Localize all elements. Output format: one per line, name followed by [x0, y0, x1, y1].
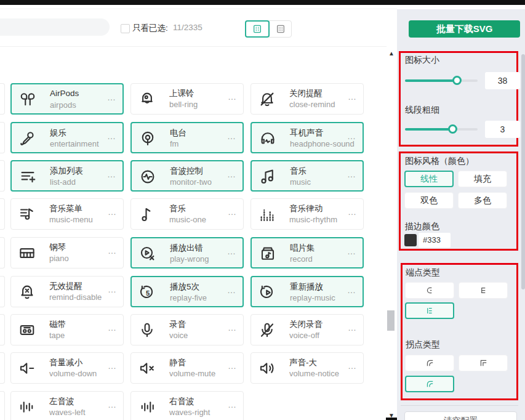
card-more-menu[interactable]: …	[228, 207, 237, 217]
card-more-menu[interactable]: …	[107, 131, 116, 141]
stroke-width-slider-thumb[interactable]	[448, 124, 457, 134]
icon-card-tape[interactable]: 磁带tape…	[10, 314, 124, 345]
icon-card-music[interactable]: 音乐music…	[250, 160, 364, 192]
card-more-menu[interactable]: …	[348, 207, 357, 217]
view-toggle-grid-small[interactable]	[269, 20, 292, 38]
icon-card-airpods[interactable]: AirPodsairpods…	[10, 83, 124, 115]
bell-ring-icon	[138, 90, 156, 108]
icon-size-label: 图标大小	[405, 55, 439, 66]
clear-config-button[interactable]: 清空配置	[404, 411, 517, 420]
icon-card-record[interactable]: 唱片集record…	[250, 237, 364, 269]
card-more-menu[interactable]: …	[108, 246, 117, 256]
stroke-color-input[interactable]: #333	[419, 233, 451, 248]
panel-scrollbar-thumb[interactable]	[521, 54, 525, 289]
music-one-icon	[138, 205, 156, 224]
icon-card-play-wrong[interactable]: 播放出错play-wrong…	[130, 237, 244, 269]
style-option-1[interactable]: 线性	[404, 171, 454, 187]
card-more-menu[interactable]: …	[228, 92, 237, 102]
corner-type-option-1[interactable]	[405, 355, 454, 371]
icon-card-headphone-sound[interactable]: 耳机声音headphone-sound…	[250, 122, 364, 153]
icon-card-bell-ring[interactable]: 上课铃bell-ring…	[130, 83, 244, 115]
card-more-menu[interactable]: …	[348, 92, 357, 102]
view-toggle-grid-large[interactable]	[245, 20, 270, 38]
card-more-menu[interactable]: …	[108, 323, 117, 333]
stroke-width-slider[interactable]	[405, 128, 478, 131]
icon-card-volume-notice[interactable]: 声音-大volume-notice…	[250, 352, 364, 384]
card-more-menu[interactable]: …	[347, 246, 356, 256]
card-more-menu[interactable]: …	[108, 400, 117, 410]
card-more-menu[interactable]: …	[348, 323, 357, 333]
corner-type-option-3[interactable]	[405, 376, 454, 392]
cap-type-option-1[interactable]	[405, 282, 454, 299]
only-selected-checkbox[interactable]	[121, 24, 130, 33]
icon-size-slider-thumb[interactable]	[452, 76, 462, 85]
icon-card-piano[interactable]: 钢琴piano…	[10, 237, 124, 269]
batch-download-svg-button[interactable]: 批量下载SVG	[409, 20, 520, 38]
icon-name-cn: 音乐	[169, 203, 186, 214]
cap-square-icon	[425, 306, 435, 315]
icon-card-entertainment[interactable]: 娱乐entertainment…	[10, 122, 124, 153]
scrollbar-up-arrow[interactable]: ▲	[387, 49, 396, 58]
card-more-menu[interactable]: …	[227, 285, 236, 295]
card-more-menu[interactable]: …	[347, 131, 356, 141]
corner-type-option-2[interactable]	[459, 355, 508, 371]
card-more-menu[interactable]: …	[228, 361, 237, 371]
icon-card-replay-five[interactable]: 5播放5次replay-five…	[130, 276, 244, 307]
cap-type-option-2[interactable]	[459, 282, 508, 299]
scrollbar-thumb[interactable]	[387, 310, 395, 331]
search-input[interactable]	[0, 18, 110, 36]
style-option-3[interactable]: 双色	[404, 192, 454, 209]
icon-card-voice[interactable]: 录音voice…	[130, 314, 244, 345]
cutoff-card-sliver	[0, 237, 5, 269]
icon-card-replay-music[interactable]: 重新播放replay-music…	[250, 276, 364, 307]
icon-card-fm[interactable]: 电台fm…	[130, 122, 244, 153]
icon-size-slider[interactable]	[405, 79, 478, 82]
card-more-menu[interactable]: …	[108, 285, 117, 294]
card-more-menu[interactable]: …	[227, 169, 236, 179]
icon-card-waves-left[interactable]: 左音波waves-left…	[10, 391, 124, 420]
card-more-menu[interactable]: …	[228, 400, 237, 410]
volume-mute-icon	[138, 359, 156, 378]
icon-card-music-one[interactable]: 音乐music-one…	[130, 198, 244, 230]
icon-card-music-menu[interactable]: 音乐菜单music-menu…	[10, 198, 124, 230]
card-more-menu[interactable]: …	[107, 92, 116, 102]
icon-size-value[interactable]: 38	[485, 72, 520, 89]
stroke-color-swatch[interactable]	[404, 234, 417, 246]
scrollbar-down-arrow[interactable]: ▼	[387, 411, 396, 420]
card-more-menu[interactable]: …	[227, 246, 236, 256]
icon-name-en: music	[290, 177, 311, 187]
icon-card-volume-mute[interactable]: 静音volume-mute…	[130, 352, 244, 384]
stroke-width-value[interactable]: 3	[485, 121, 520, 138]
volume-notice-icon	[258, 359, 276, 378]
icon-card-music-rhythm[interactable]: 音乐律动music-rhythm…	[250, 198, 364, 230]
play-wrong-icon	[138, 244, 157, 263]
icon-name-cn: 重新播放	[290, 281, 323, 293]
entertainment-icon	[18, 129, 37, 148]
card-more-menu[interactable]: …	[107, 169, 116, 179]
card-more-menu[interactable]: …	[347, 169, 356, 179]
voice-off-icon	[258, 321, 276, 339]
record-icon	[258, 244, 277, 263]
icon-card-remind-disable[interactable]: 无效提醒remind-disable…	[10, 276, 124, 307]
card-more-menu[interactable]: …	[228, 323, 237, 333]
icon-card-voice-off[interactable]: 关闭录音voice-off…	[250, 314, 364, 345]
icon-card-waves-right[interactable]: 右音波waves-right…	[130, 391, 244, 420]
icon-card-monitor-two[interactable]: 音波控制monitor-two…	[130, 160, 244, 192]
style-option-2[interactable]: 填充	[458, 171, 507, 187]
icon-name-en: volume-notice	[289, 369, 339, 378]
icon-name-cn: 娱乐	[50, 127, 66, 139]
icon-card-volume-down[interactable]: 音量减小volume-down…	[10, 352, 124, 384]
icon-card-list-add[interactable]: 添加列表list-add…	[10, 160, 124, 192]
icon-name-en: tape	[49, 331, 65, 340]
card-more-menu[interactable]: …	[347, 285, 356, 295]
cap-type-option-3[interactable]	[405, 302, 454, 319]
icon-card-close-remind[interactable]: 关闭提醒close-remind…	[250, 83, 364, 115]
voice-icon	[138, 321, 156, 339]
card-more-menu[interactable]: …	[108, 207, 117, 217]
card-more-menu[interactable]: …	[108, 361, 117, 371]
card-more-menu[interactable]: …	[227, 131, 236, 141]
card-more-menu[interactable]: …	[348, 361, 357, 371]
stroke-width-slider-fill	[405, 128, 453, 131]
style-option-4[interactable]: 多色	[458, 192, 507, 209]
panel-divider	[401, 405, 518, 406]
